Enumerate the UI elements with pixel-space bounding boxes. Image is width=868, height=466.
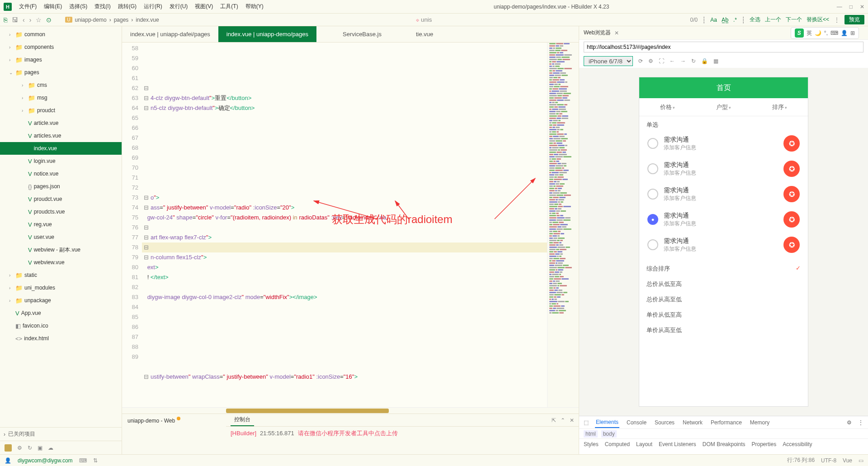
next-link[interactable]: 下一个 (786, 16, 802, 24)
menu-item[interactable]: 编辑(E) (41, 2, 65, 11)
editor-tab[interactable]: index.vue | uniapp-dafei/pages (122, 26, 218, 42)
devtools-subtab[interactable]: DOM Breakpoints (703, 441, 745, 447)
regex-icon[interactable]: .* (733, 17, 737, 23)
dom-crumb[interactable]: body (601, 430, 617, 437)
lock-icon[interactable]: 🔒 (701, 58, 708, 64)
refresh-icon[interactable]: ↻ (691, 58, 696, 64)
save-icon[interactable]: 🖫 (12, 16, 18, 24)
editor-tab[interactable]: tie.vue (408, 26, 441, 42)
list-item[interactable]: 需求沟通添加客户信息✪ (645, 131, 802, 156)
more-icon[interactable]: ⋮ (858, 419, 863, 426)
editor-tab[interactable]: ServiceBase.js (335, 26, 390, 42)
sort-option[interactable]: 总价从低至高 (646, 276, 801, 292)
sync-icon[interactable]: ↻ (28, 445, 32, 451)
closed-projects[interactable]: ›已关闭项目 (0, 427, 122, 441)
terminal-icon[interactable]: ⌨ (79, 457, 87, 464)
menu-item[interactable]: 选择(S) (66, 2, 90, 11)
tree-item[interactable]: Vlogin.vue (0, 155, 122, 167)
menu-item[interactable]: 发行(U) (167, 2, 191, 11)
url-input[interactable] (584, 42, 863, 52)
tree-item[interactable]: ›📁images (0, 53, 122, 66)
maximize-icon[interactable]: □ (849, 4, 853, 10)
tree-item[interactable]: <>index.html (0, 332, 122, 345)
language-mode[interactable]: Vue (843, 457, 852, 464)
tab-console[interactable]: 控制台 (231, 414, 254, 426)
tree-item[interactable]: Vproudcts.vue (0, 205, 122, 218)
tree-item[interactable]: ◧favicon.ico (0, 319, 122, 332)
gear-icon[interactable]: ⚙ (648, 58, 653, 64)
replace-link[interactable]: 替换区<< (807, 16, 829, 24)
devtools-subtab[interactable]: Accessibility (783, 441, 812, 447)
horizontal-scrollbar[interactable] (122, 407, 579, 414)
devtools-subtab[interactable]: Layout (636, 441, 652, 447)
tree-item[interactable]: Vnotice.vue (0, 167, 122, 180)
editor-tab[interactable]: index.vue | uniapp-demo/pages (218, 26, 316, 42)
device-select[interactable]: iPhone 6/7/8 (584, 56, 633, 66)
menu-item[interactable]: 文件(F) (16, 2, 39, 11)
crumb-file[interactable]: index.vue (136, 17, 159, 23)
back-icon[interactable]: ← (670, 58, 675, 64)
filter-item[interactable]: 排序▾ (772, 103, 787, 111)
terminal-icon[interactable]: ▣ (38, 445, 42, 451)
list-item[interactable]: 需求沟通添加客户信息✪ (645, 181, 802, 207)
qr-icon[interactable]: ▦ (713, 58, 718, 64)
close-panel-icon[interactable]: ✕ (570, 417, 574, 423)
devtools-tab[interactable]: Console (626, 418, 647, 428)
tree-item[interactable]: Vproudct.vue (0, 193, 122, 205)
dom-crumb[interactable]: html (584, 430, 598, 437)
devtools-tab[interactable]: Memory (749, 418, 770, 428)
gear-icon[interactable]: ⚙ (847, 419, 852, 426)
prev-link[interactable]: 上一个 (765, 16, 781, 24)
tree-item[interactable]: ›📁unpackage (0, 294, 122, 307)
devtools-subtab[interactable]: Event Listeners (659, 441, 696, 447)
sort-option[interactable]: 单价从高至低 (646, 323, 801, 338)
minimize-icon[interactable]: ― (837, 4, 842, 10)
tree-item[interactable]: Varticles.vue (0, 129, 122, 142)
sort-option[interactable]: 单价从低至高 (646, 307, 801, 323)
menu-item[interactable]: 视图(V) (192, 2, 216, 11)
tree-item[interactable]: Vwebview.vue (0, 256, 122, 269)
sort-option[interactable]: 综合排序✓ (646, 261, 801, 276)
tree-item[interactable]: VApp.vue (0, 307, 122, 319)
tree-item[interactable]: Vindex.vue (0, 142, 122, 155)
export-icon[interactable]: ⇱ (552, 417, 556, 423)
devtools-subtab[interactable]: Styles (584, 441, 599, 447)
filter-item[interactable]: 户型▾ (716, 103, 731, 111)
preview-button[interactable]: 预览 (844, 15, 864, 24)
tree-item[interactable]: ⌄📁pages (0, 66, 122, 79)
ime-indicator[interactable]: S 英 🌙 °, ⌨ 👤 ⊞ (791, 27, 859, 39)
tree-item[interactable]: Vuser.vue (0, 231, 122, 243)
menu-item[interactable]: 跳转(G) (115, 2, 139, 11)
tree-item[interactable]: Varticle.vue (0, 117, 122, 129)
devtools-subtab[interactable]: Properties (752, 441, 777, 447)
menu-item[interactable]: 工具(T) (217, 2, 241, 11)
select-all-link[interactable]: 全选 (750, 16, 760, 24)
devtools-tab[interactable]: Elements (595, 417, 619, 428)
tree-item[interactable]: ›📁common (0, 28, 122, 41)
git-icon[interactable]: ⚙ (17, 445, 22, 451)
back-icon[interactable]: ‹ (23, 16, 25, 24)
tree-item[interactable]: ›📁proudct (0, 104, 122, 117)
devtools-tab[interactable]: Performance (710, 418, 743, 428)
crumb-project[interactable]: uniapp-demo (75, 17, 107, 23)
forward-icon[interactable]: → (680, 58, 686, 64)
crumb-folder[interactable]: pages (114, 17, 129, 23)
code-editor[interactable]: ⊟⊟4-clz diygw-btn-default">重置</button>⊟n… (142, 43, 547, 407)
word-icon[interactable]: A̲b̲ (722, 17, 729, 23)
tree-item[interactable]: Vreg.vue (0, 218, 122, 231)
font-aa-icon[interactable]: Aa (710, 17, 717, 23)
menu-item[interactable]: 查找(I) (92, 2, 113, 11)
star-icon[interactable]: ☆ (36, 16, 42, 24)
devtools-tab[interactable]: Sources (654, 418, 675, 428)
tree-item[interactable]: ›📁static (0, 269, 122, 281)
minimap[interactable] (547, 43, 579, 407)
preview-close-icon[interactable]: ✕ (614, 30, 619, 36)
new-file-icon[interactable]: ⎘ (4, 16, 7, 24)
notify-icon[interactable]: ▭ (859, 457, 863, 464)
reload-icon[interactable]: ⟳ (638, 58, 643, 64)
close-icon[interactable]: ✕ (860, 4, 864, 10)
collapse-icon[interactable]: ⌃ (561, 417, 565, 423)
filter-item[interactable]: 价格▾ (660, 103, 675, 111)
devtools-subtab[interactable]: Computed (605, 441, 630, 447)
cloud-icon[interactable]: ☁ (48, 445, 53, 451)
